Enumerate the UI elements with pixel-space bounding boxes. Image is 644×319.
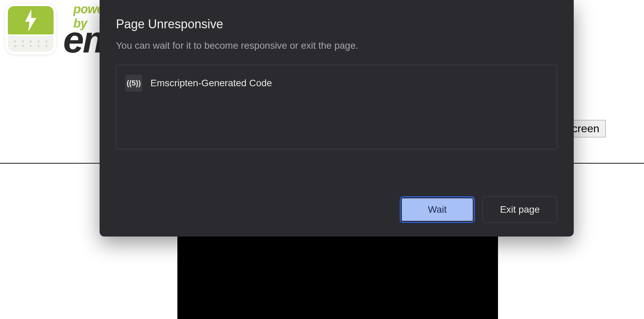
dialog-description: You can wait for it to become responsive…	[116, 40, 557, 51]
process-item: ((5)) Emscripten-Generated Code	[125, 75, 548, 92]
wordmark-title: emscripten	[63, 22, 104, 53]
process-list: ((5)) Emscripten-Generated Code	[116, 65, 557, 149]
wait-button[interactable]: Wait	[400, 196, 475, 223]
unresponsive-dialog: Page Unresponsive You can wait for it to…	[100, 0, 574, 237]
app-logo-top	[8, 6, 54, 34]
page-background: powered by emscripten Fullscreen Page Un…	[0, 0, 644, 319]
app-logo-bottom	[8, 35, 54, 52]
process-label: Emscripten-Generated Code	[150, 78, 272, 89]
wordmark: powered by emscripten	[63, 5, 104, 53]
lightning-bolt-icon	[23, 9, 38, 32]
app-logo	[5, 3, 56, 55]
dialog-actions: Wait Exit page	[116, 183, 557, 223]
dialog-title: Page Unresponsive	[116, 17, 557, 31]
header: powered by emscripten	[5, 3, 104, 55]
broadcast-icon: ((5))	[125, 75, 142, 92]
exit-page-button[interactable]: Exit page	[482, 196, 557, 223]
